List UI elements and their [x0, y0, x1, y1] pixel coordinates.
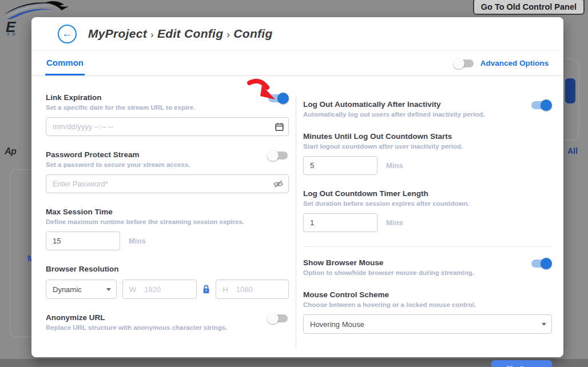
advanced-options-label: Advanced Options — [480, 59, 549, 67]
browser-resolution-label: Browser Resolution — [46, 265, 289, 273]
password-input-row — [46, 174, 289, 193]
show-mouse-desc: Option to show/hide browser mouse during… — [303, 269, 552, 276]
toggle-knob — [267, 150, 279, 161]
save-row: Save — [303, 360, 552, 367]
save-icon — [506, 365, 514, 367]
breadcrumb-separator: › — [223, 29, 233, 40]
back-arrow-icon: ← — [62, 27, 73, 40]
calendar-icon[interactable] — [275, 122, 284, 131]
mouse-scheme-desc: Choose between a hovering or a locked mo… — [303, 301, 552, 308]
advanced-options-control: Advanced Options — [453, 58, 549, 69]
brand-subtext: 3 D — [7, 32, 17, 36]
countdown-length-unit: Mins — [386, 218, 403, 227]
modal-header: ← MyProject›Edit Config›Config — [31, 17, 563, 50]
eye-off-icon[interactable] — [273, 179, 284, 189]
mouse-scheme-value: Hovering Mouse — [310, 320, 364, 329]
countdown-length-label: Log Out Countdown Timer Length — [303, 189, 552, 198]
advanced-options-toggle[interactable] — [453, 58, 475, 69]
right-column-divider — [303, 246, 552, 247]
breadcrumb-config: Config — [233, 27, 272, 40]
breadcrumb-separator: › — [147, 29, 157, 40]
auto-logout-desc: Automatically log out users after define… — [303, 111, 552, 118]
save-label: Save — [519, 365, 537, 367]
resolution-mode-value: Dynamic — [53, 285, 82, 294]
chevron-down-icon — [106, 288, 111, 291]
show-mouse-label: Show Browser Mouse — [303, 258, 552, 267]
toggle-knob — [277, 93, 289, 104]
field-password-protect: Password Protect Stream Set a password t… — [46, 150, 289, 193]
max-session-input[interactable] — [46, 232, 120, 250]
field-max-session: Max Session Time Define maximum runtime … — [46, 208, 289, 250]
breadcrumb-project[interactable]: MyProject — [88, 27, 147, 40]
height-prefix: H — [223, 285, 228, 294]
link-expiration-label: Link Expiration — [46, 93, 289, 102]
auto-logout-label: Log Out Automatically After Inactivity — [303, 100, 552, 109]
back-button[interactable]: ← — [58, 25, 77, 43]
eagle-logo-icon — [2, 0, 70, 19]
anonymize-url-desc: Replace URL structure with anonymous cha… — [46, 324, 289, 331]
countdown-length-input[interactable] — [303, 213, 378, 232]
resolution-mode-select[interactable]: Dynamic — [46, 280, 117, 299]
show-mouse-toggle[interactable] — [530, 258, 552, 269]
toggle-knob — [453, 58, 464, 69]
breadcrumb: MyProject›Edit Config›Config — [88, 27, 273, 41]
mouse-scheme-select[interactable]: Hovering Mouse — [303, 314, 552, 334]
background-blue-pill — [565, 78, 575, 103]
minutes-until-input[interactable] — [303, 156, 378, 175]
field-show-mouse: Show Browser Mouse Option to show/hide b… — [303, 258, 552, 276]
breadcrumb-edit-config[interactable]: Edit Config — [157, 27, 223, 40]
max-session-unit: Mins — [129, 237, 146, 245]
password-protect-toggle[interactable] — [267, 150, 289, 161]
resolution-width-input[interactable]: W 1920 — [122, 280, 197, 299]
max-session-input-row: Mins — [46, 232, 289, 250]
modal-content: Link Expiration Set a specific date for … — [31, 76, 563, 367]
resolution-row: Dynamic W 1920 H 1080 — [46, 280, 289, 299]
height-value: 1080 — [236, 285, 253, 294]
field-anonymize-url: Anonymize URL Replace URL structure with… — [46, 313, 289, 331]
field-countdown-length: Log Out Countdown Timer Length Set durat… — [303, 189, 552, 232]
edit-config-modal: ← MyProject›Edit Config›Config Common Ad… — [31, 17, 563, 357]
password-protect-desc: Set a password to secure your stream acc… — [46, 161, 289, 168]
resolution-height-input[interactable]: H 1080 — [216, 280, 289, 299]
link-expiration-toggle[interactable] — [267, 93, 289, 104]
chevron-down-icon — [542, 323, 546, 326]
field-link-expiration: Link Expiration Set a specific date for … — [46, 93, 289, 136]
anonymize-url-toggle[interactable] — [267, 313, 289, 324]
countdown-length-input-row: Mins — [303, 213, 552, 232]
link-expiration-input-row — [46, 117, 289, 136]
password-protect-label: Password Protect Stream — [46, 150, 289, 159]
column-left: Link Expiration Set a specific date for … — [46, 93, 289, 367]
anonymize-url-label: Anonymize URL — [46, 313, 289, 322]
width-prefix: W — [129, 285, 136, 294]
link-expiration-desc: Set a specific date for the stream URL t… — [46, 104, 289, 111]
field-mouse-scheme: Mouse Control Scheme Choose between a ho… — [303, 290, 552, 334]
countdown-length-desc: Set duration before session expires afte… — [303, 200, 552, 207]
password-input[interactable] — [46, 174, 289, 193]
minutes-until-desc: Start logout countdown after user inacti… — [303, 143, 552, 150]
background-link-all[interactable]: All — [567, 146, 578, 155]
minutes-until-unit: Mins — [386, 161, 403, 170]
field-auto-logout: Log Out Automatically After Inactivity A… — [303, 100, 552, 118]
lock-icon[interactable] — [202, 285, 210, 294]
minutes-until-label: Minutes Until Log Out Countdown Starts — [303, 132, 552, 141]
field-browser-resolution: Browser Resolution Dynamic W 1920 H — [46, 265, 289, 299]
auto-logout-toggle[interactable] — [530, 99, 552, 111]
save-button[interactable]: Save — [491, 360, 552, 367]
max-session-desc: Define maximum runtime before the stream… — [46, 218, 289, 225]
background-section-heading: Ap — [5, 146, 16, 157]
tab-common[interactable]: Common — [45, 51, 85, 75]
minutes-until-input-row: Mins — [303, 156, 552, 175]
go-to-old-control-panel-button[interactable]: Go To Old Control Panel — [473, 0, 585, 15]
toggle-knob — [267, 313, 279, 324]
tab-bar: Common Advanced Options — [31, 50, 563, 76]
mouse-scheme-label: Mouse Control Scheme — [303, 290, 552, 299]
max-session-label: Max Session Time — [46, 208, 289, 216]
column-right: Log Out Automatically After Inactivity A… — [303, 93, 552, 367]
expiration-date-input[interactable] — [46, 117, 289, 136]
column-divider — [296, 95, 296, 349]
toggle-knob — [541, 258, 552, 269]
toggle-knob — [541, 99, 552, 111]
field-minutes-until-logout: Minutes Until Log Out Countdown Starts S… — [303, 132, 552, 175]
width-value: 1920 — [144, 285, 161, 294]
